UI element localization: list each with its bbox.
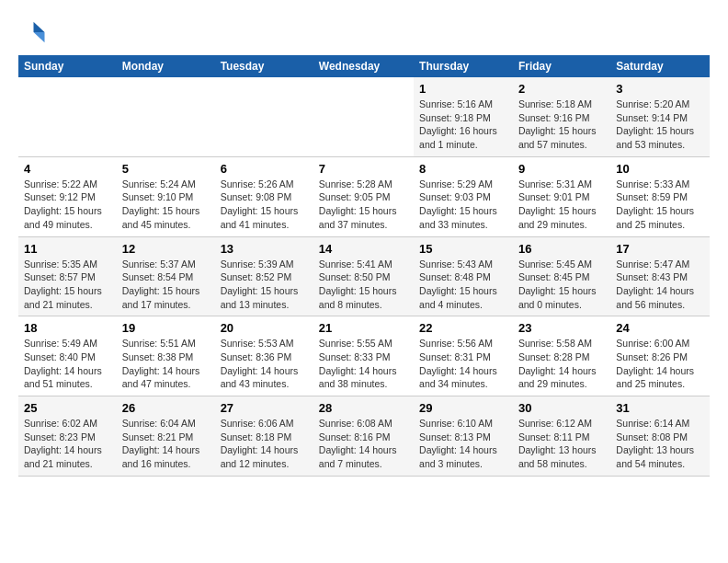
day-cell: 24Sunrise: 6:00 AM Sunset: 8:26 PM Dayli… [610,316,710,396]
day-info: Sunrise: 5:24 AM Sunset: 9:10 PM Dayligh… [122,178,210,232]
day-info: Sunrise: 5:56 AM Sunset: 8:31 PM Dayligh… [419,337,507,391]
day-cell: 20Sunrise: 5:53 AM Sunset: 8:36 PM Dayli… [215,316,313,396]
day-number: 31 [616,401,704,415]
day-number: 5 [122,162,210,176]
day-cell: 1Sunrise: 5:16 AM Sunset: 9:18 PM Daylig… [414,77,513,156]
day-info: Sunrise: 5:35 AM Sunset: 8:57 PM Dayligh… [24,258,111,312]
day-number: 24 [616,321,704,335]
day-number: 15 [419,242,507,256]
logo [18,18,50,46]
day-number: 20 [221,321,308,335]
day-cell: 8Sunrise: 5:29 AM Sunset: 9:03 PM Daylig… [414,156,513,236]
day-info: Sunrise: 5:29 AM Sunset: 9:03 PM Dayligh… [419,178,507,232]
day-cell: 16Sunrise: 5:45 AM Sunset: 8:45 PM Dayli… [513,236,610,316]
week-row-5: 25Sunrise: 6:02 AM Sunset: 8:23 PM Dayli… [18,396,710,477]
day-info: Sunrise: 5:41 AM Sunset: 8:50 PM Dayligh… [319,258,408,312]
day-cell: 12Sunrise: 5:37 AM Sunset: 8:54 PM Dayli… [117,236,215,316]
day-cell: 9Sunrise: 5:31 AM Sunset: 9:01 PM Daylig… [513,156,610,236]
day-info: Sunrise: 5:18 AM Sunset: 9:16 PM Dayligh… [518,98,605,152]
header-sunday: Sunday [18,55,117,77]
day-cell: 11Sunrise: 5:35 AM Sunset: 8:57 PM Dayli… [18,236,117,316]
day-info: Sunrise: 5:20 AM Sunset: 9:14 PM Dayligh… [616,98,704,152]
day-cell: 5Sunrise: 5:24 AM Sunset: 9:10 PM Daylig… [117,156,215,236]
day-cell [117,77,215,156]
day-info: Sunrise: 5:22 AM Sunset: 9:12 PM Dayligh… [24,178,111,232]
header-friday: Friday [513,55,610,77]
day-info: Sunrise: 5:16 AM Sunset: 9:18 PM Dayligh… [419,98,507,152]
day-info: Sunrise: 5:37 AM Sunset: 8:54 PM Dayligh… [122,258,210,312]
day-cell: 17Sunrise: 5:47 AM Sunset: 8:43 PM Dayli… [610,236,710,316]
page-header [18,18,710,46]
week-row-4: 18Sunrise: 5:49 AM Sunset: 8:40 PM Dayli… [18,316,710,396]
day-info: Sunrise: 5:43 AM Sunset: 8:48 PM Dayligh… [419,258,507,312]
day-cell: 10Sunrise: 5:33 AM Sunset: 8:59 PM Dayli… [610,156,710,236]
day-info: Sunrise: 5:47 AM Sunset: 8:43 PM Dayligh… [616,258,704,312]
day-cell [215,77,313,156]
day-cell: 31Sunrise: 6:14 AM Sunset: 8:08 PM Dayli… [610,396,710,477]
day-cell: 13Sunrise: 5:39 AM Sunset: 8:52 PM Dayli… [215,236,313,316]
day-number: 12 [122,242,210,256]
week-row-3: 11Sunrise: 5:35 AM Sunset: 8:57 PM Dayli… [18,236,710,316]
header-wednesday: Wednesday [313,55,414,77]
day-info: Sunrise: 5:49 AM Sunset: 8:40 PM Dayligh… [24,337,111,391]
day-number: 25 [24,401,111,415]
calendar-table: SundayMondayTuesdayWednesdayThursdayFrid… [18,55,710,477]
day-cell: 18Sunrise: 5:49 AM Sunset: 8:40 PM Dayli… [18,316,117,396]
day-number: 2 [518,82,605,96]
day-cell: 6Sunrise: 5:26 AM Sunset: 9:08 PM Daylig… [215,156,313,236]
header-row: SundayMondayTuesdayWednesdayThursdayFrid… [18,55,710,77]
day-info: Sunrise: 6:06 AM Sunset: 8:18 PM Dayligh… [221,417,308,471]
day-number: 19 [122,321,210,335]
day-info: Sunrise: 6:04 AM Sunset: 8:21 PM Dayligh… [122,417,210,471]
day-cell: 25Sunrise: 6:02 AM Sunset: 8:23 PM Dayli… [18,396,117,477]
day-number: 22 [419,321,507,335]
day-cell [313,77,414,156]
day-number: 13 [221,242,308,256]
day-number: 21 [319,321,408,335]
day-number: 7 [319,162,408,176]
day-number: 4 [24,162,111,176]
day-cell: 28Sunrise: 6:08 AM Sunset: 8:16 PM Dayli… [313,396,414,477]
svg-marker-0 [34,22,45,32]
day-number: 3 [616,82,704,96]
header-monday: Monday [117,55,215,77]
day-cell: 14Sunrise: 5:41 AM Sunset: 8:50 PM Dayli… [313,236,414,316]
day-info: Sunrise: 6:10 AM Sunset: 8:13 PM Dayligh… [419,417,507,471]
day-number: 11 [24,242,111,256]
day-cell: 15Sunrise: 5:43 AM Sunset: 8:48 PM Dayli… [414,236,513,316]
day-number: 17 [616,242,704,256]
day-cell: 21Sunrise: 5:55 AM Sunset: 8:33 PM Dayli… [313,316,414,396]
day-cell: 23Sunrise: 5:58 AM Sunset: 8:28 PM Dayli… [513,316,610,396]
day-info: Sunrise: 5:31 AM Sunset: 9:01 PM Dayligh… [518,178,605,232]
day-info: Sunrise: 5:39 AM Sunset: 8:52 PM Dayligh… [221,258,308,312]
day-number: 30 [518,401,605,415]
day-number: 29 [419,401,507,415]
header-tuesday: Tuesday [215,55,313,77]
day-info: Sunrise: 5:55 AM Sunset: 8:33 PM Dayligh… [319,337,408,391]
day-info: Sunrise: 5:45 AM Sunset: 8:45 PM Dayligh… [518,258,605,312]
day-number: 6 [221,162,308,176]
day-number: 16 [518,242,605,256]
day-info: Sunrise: 5:26 AM Sunset: 9:08 PM Dayligh… [221,178,308,232]
day-number: 9 [518,162,605,176]
week-row-1: 1Sunrise: 5:16 AM Sunset: 9:18 PM Daylig… [18,77,710,156]
day-cell [18,77,117,156]
header-saturday: Saturday [610,55,710,77]
logo-icon [18,18,46,46]
day-cell: 26Sunrise: 6:04 AM Sunset: 8:21 PM Dayli… [117,396,215,477]
day-number: 27 [221,401,308,415]
day-info: Sunrise: 5:58 AM Sunset: 8:28 PM Dayligh… [518,337,605,391]
day-info: Sunrise: 6:08 AM Sunset: 8:16 PM Dayligh… [319,417,408,471]
header-thursday: Thursday [414,55,513,77]
day-info: Sunrise: 5:28 AM Sunset: 9:05 PM Dayligh… [319,178,408,232]
day-cell: 22Sunrise: 5:56 AM Sunset: 8:31 PM Dayli… [414,316,513,396]
day-info: Sunrise: 5:33 AM Sunset: 8:59 PM Dayligh… [616,178,704,232]
day-cell: 30Sunrise: 6:12 AM Sunset: 8:11 PM Dayli… [513,396,610,477]
day-info: Sunrise: 6:00 AM Sunset: 8:26 PM Dayligh… [616,337,704,391]
day-cell: 27Sunrise: 6:06 AM Sunset: 8:18 PM Dayli… [215,396,313,477]
day-info: Sunrise: 5:53 AM Sunset: 8:36 PM Dayligh… [221,337,308,391]
day-info: Sunrise: 6:14 AM Sunset: 8:08 PM Dayligh… [616,417,704,471]
day-number: 18 [24,321,111,335]
day-number: 28 [319,401,408,415]
day-cell: 2Sunrise: 5:18 AM Sunset: 9:16 PM Daylig… [513,77,610,156]
